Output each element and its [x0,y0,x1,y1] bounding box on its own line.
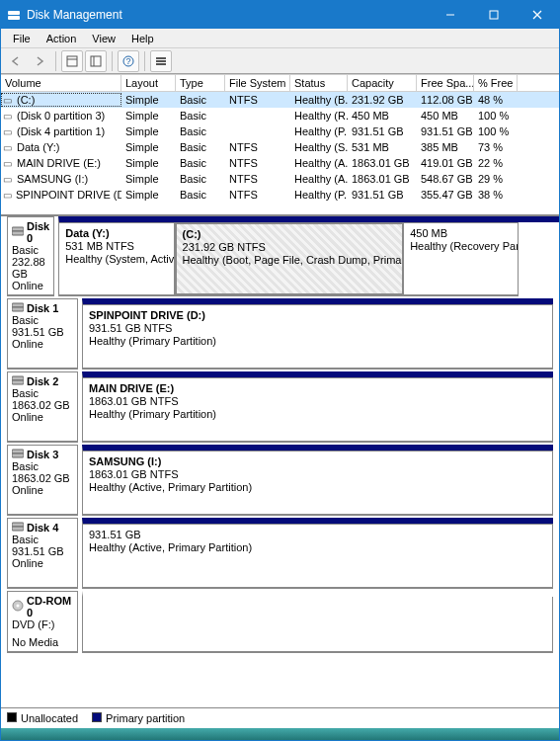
volume-row[interactable]: ▭SAMSUNG (I:)SimpleBasicNTFSHealthy (A..… [1,171,559,187]
partition-name: Data (Y:) [65,227,167,239]
col-capacity[interactable]: Capacity [348,75,417,91]
svg-rect-0 [8,11,20,15]
partition-name: MAIN DRIVE (E:) [89,382,546,394]
svg-rect-15 [12,227,24,231]
svg-text:?: ? [125,56,130,66]
disk-icon [12,449,24,460]
svg-rect-24 [12,527,24,531]
volume-row[interactable]: ▭MAIN DRIVE (E:)SimpleBasicNTFSHealthy (… [1,155,559,171]
disk-icon [12,226,24,238]
close-button[interactable] [516,1,559,29]
partition-size: 531 MB NTFS [65,240,167,252]
disk-block: CD-ROM 0DVD (F:)No Media [7,591,553,653]
disk-info-panel[interactable]: CD-ROM 0DVD (F:)No Media [7,591,78,653]
partition-status: Healthy (Primary Partition) [89,335,546,347]
col-pct[interactable]: % Free [474,75,518,91]
partition-name: SAMSUNG (I:) [89,455,546,467]
disk-status: Online [12,338,73,350]
minimize-button[interactable] [429,1,472,29]
partition[interactable]: MAIN DRIVE (E:)1863.01 GB NTFSHealthy (P… [83,377,553,443]
drive-icon: ▭ [3,174,13,185]
volume-name: MAIN DRIVE (E:) [17,157,101,169]
volume-row[interactable]: ▭(C:)SimpleBasicNTFSHealthy (B...231.92 … [1,92,559,108]
col-volume[interactable]: Volume [1,75,121,91]
disk-icon [12,375,24,387]
toolbar-btn-1[interactable] [61,50,83,72]
svg-rect-12 [156,57,166,59]
disk-block: Disk 0Basic232.88 GBOnlineData (Y:)531 M… [7,216,553,296]
partition[interactable]: SPINPOINT DRIVE (D:)931.51 GB NTFSHealth… [83,304,553,370]
disk-status: Online [12,411,73,423]
svg-rect-8 [91,56,101,66]
legend: Unallocated Primary partition [1,707,559,728]
col-layout[interactable]: Layout [121,75,176,91]
disk-type: Basic [12,460,73,472]
partition[interactable]: 450 MBHealthy (Recovery Partit [404,222,519,296]
partition[interactable]: SAMSUNG (I:)1863.01 GB NTFSHealthy (Acti… [83,451,553,516]
toolbar-btn-2[interactable] [85,50,107,72]
disk-block: Disk 3Basic1863.02 GBOnlineSAMSUNG (I:)1… [7,445,553,516]
menubar: File Action View Help [1,29,559,48]
disk-title: Disk 4 [27,522,58,534]
disk-info-panel[interactable]: Disk 4Basic931.51 GBOnline [7,518,78,589]
window-title: Disk Management [27,8,122,22]
svg-rect-19 [12,376,24,380]
col-fs[interactable]: File System [225,75,290,91]
app-icon [7,8,21,22]
disk-status: No Media [12,636,73,648]
volume-name: Data (Y:) [17,141,59,153]
menu-help[interactable]: Help [123,31,162,46]
col-free[interactable]: Free Spa... [417,75,474,91]
disk-type: Basic [12,387,73,399]
toolbar: ? [1,48,559,74]
nav-forward-button[interactable] [29,50,50,72]
disk-partitions: MAIN DRIVE (E:)1863.01 GB NTFSHealthy (P… [82,371,553,443]
volume-name: SAMSUNG (I:) [17,173,88,185]
toolbar-help-button[interactable]: ? [118,50,139,72]
volume-row[interactable]: ▭Data (Y:)SimpleBasicNTFSHealthy (S...53… [1,139,559,155]
svg-point-26 [17,605,20,608]
disk-info-panel[interactable]: Disk 0Basic232.88 GBOnline [7,216,54,296]
drive-icon: ▭ [3,95,13,106]
partition-status: Healthy (Active, Primary Partition) [89,541,546,553]
col-status[interactable]: Status [290,75,348,91]
menu-file[interactable]: File [5,31,39,46]
menu-action[interactable]: Action [39,31,85,46]
svg-rect-20 [12,380,24,384]
volume-name: (Disk 4 partition 1) [17,125,105,137]
disk-size: 1863.02 GB [12,472,73,484]
menu-view[interactable]: View [84,31,123,46]
volume-row[interactable]: ▭SPINPOINT DRIVE (D:)SimpleBasicNTFSHeal… [1,187,559,203]
titlebar[interactable]: Disk Management [1,1,559,29]
volume-name: (Disk 0 partition 3) [17,110,105,122]
maximize-button[interactable] [472,1,516,29]
partition-size: 231.92 GB NTFS [183,241,397,253]
disk-type: Basic [12,244,49,256]
partition[interactable]: Data (Y:)531 MB NTFSHealthy (System, Act… [59,222,174,296]
partition-empty [83,597,553,653]
drive-icon: ▭ [3,126,13,137]
col-type[interactable]: Type [176,75,225,91]
disk-title: Disk 3 [27,449,58,460]
disk-info-panel[interactable]: Disk 2Basic1863.02 GBOnline [7,371,78,443]
nav-back-button[interactable] [5,50,27,72]
toolbar-list-button[interactable] [150,50,172,72]
svg-rect-18 [12,307,24,311]
partition[interactable]: (C:)231.92 GB NTFSHealthy (Boot, Page Fi… [175,222,405,296]
volume-row[interactable]: ▭(Disk 0 partition 3)SimpleBasicHealthy … [1,108,559,124]
svg-rect-1 [8,16,20,20]
disk-info-panel[interactable]: Disk 3Basic1863.02 GBOnline [7,445,78,516]
disk-size: 232.88 GB [12,256,49,280]
svg-rect-13 [156,60,166,62]
volume-row[interactable]: ▭(Disk 4 partition 1)SimpleBasicHealthy … [1,124,559,139]
disk-info-panel[interactable]: Disk 1Basic931.51 GBOnline [7,298,78,370]
disk-title: Disk 0 [27,220,49,244]
volume-list-header: Volume Layout Type File System Status Ca… [1,74,559,92]
partition[interactable]: 931.51 GBHealthy (Active, Primary Partit… [83,524,553,589]
svg-rect-22 [12,453,24,457]
volume-name: SPINPOINT DRIVE (D:) [16,189,121,201]
volume-list: Volume Layout Type File System Status Ca… [1,74,559,216]
svg-rect-17 [12,303,24,307]
taskbar-sliver [1,728,559,740]
disk-status: Online [12,280,49,291]
